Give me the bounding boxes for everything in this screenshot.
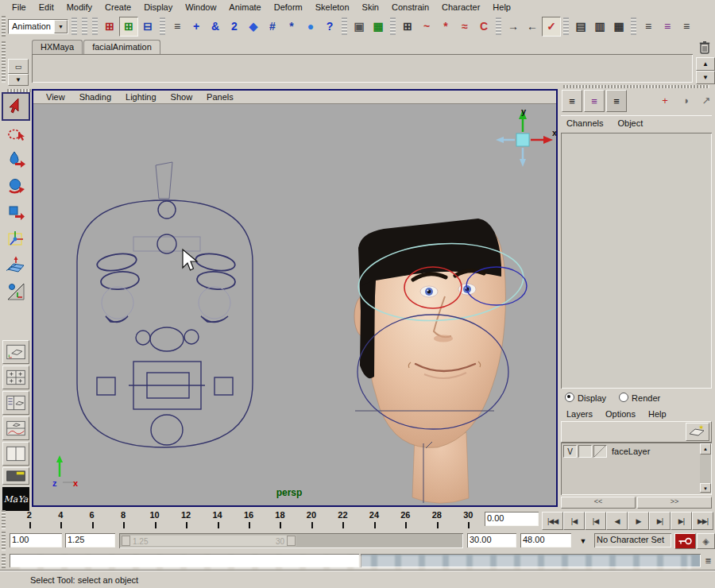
show-manipulator-tool[interactable]: [3, 226, 29, 252]
time-tick[interactable]: 20: [296, 509, 327, 530]
lock-selection-icon[interactable]: ▣: [350, 17, 369, 37]
last-tool-used[interactable]: [3, 279, 29, 304]
render-current-frame-icon[interactable]: ▤: [571, 17, 590, 37]
viewport-menu-item[interactable]: Show: [164, 91, 199, 103]
single-pane-layout-button[interactable]: [2, 340, 29, 364]
current-time-field[interactable]: 0.00: [485, 512, 539, 526]
time-slider[interactable]: 24681012141618202224262830: [14, 509, 484, 530]
rotate-tool[interactable]: [3, 174, 29, 199]
command-line-input[interactable]: [10, 554, 359, 567]
snap-grid-icon[interactable]: ⊞: [398, 17, 417, 37]
menu-item[interactable]: Display: [138, 1, 178, 14]
left-corner-control[interactable]: [97, 377, 115, 395]
shelf-tab-selector-button[interactable]: ▭: [8, 59, 29, 74]
construction-history-icon[interactable]: ✓: [542, 17, 561, 37]
control-slider-track[interactable]: [133, 237, 200, 251]
playback-start-field[interactable]: 1.25: [65, 533, 115, 547]
pane-nav-left-button[interactable]: <<: [561, 497, 636, 509]
shelf-menu-button[interactable]: ▼: [8, 74, 29, 86]
command-line-grip[interactable]: [2, 554, 6, 568]
custom-quality-icon[interactable]: ≡: [658, 17, 677, 37]
time-tick[interactable]: 12: [170, 509, 201, 530]
manipulator-down-arrow[interactable]: [520, 159, 526, 167]
shelf-content-area[interactable]: [32, 54, 693, 83]
range-start-handle[interactable]: [122, 536, 130, 546]
menu-set-selector[interactable]: Animation ▼: [8, 19, 68, 34]
toolbar-separator[interactable]: [92, 17, 98, 35]
selection-mask-menu-icon[interactable]: ≡: [168, 17, 187, 37]
set-key-button[interactable]: [674, 533, 696, 549]
manipulator-center-handle[interactable]: [516, 133, 529, 146]
right-brow-lower-control[interactable]: [196, 270, 236, 291]
perspective-viewport[interactable]: ViewShadingLightingShowPanels: [32, 89, 558, 507]
layer-color-swatch[interactable]: [593, 445, 607, 458]
play-backwards-button[interactable]: ◀: [606, 512, 628, 530]
display-radio[interactable]: Display: [565, 392, 606, 403]
trash-button[interactable]: [696, 40, 713, 56]
time-tick[interactable]: 10: [139, 509, 170, 530]
range-slider-bar[interactable]: 1.25 30: [121, 535, 296, 547]
highlight-selection-icon[interactable]: ▦: [369, 17, 388, 37]
time-tick[interactable]: 8: [107, 509, 138, 530]
toolbar-separator[interactable]: [563, 17, 569, 35]
render-radio[interactable]: Render: [619, 392, 660, 403]
shelf-scroll-up-button[interactable]: ▲: [696, 57, 715, 71]
snap-curve-icon[interactable]: ~: [417, 17, 436, 37]
menu-item[interactable]: Create: [99, 1, 137, 14]
select-object-mode-icon[interactable]: ⊞: [119, 17, 138, 37]
script-editor-button[interactable]: ≣: [703, 554, 713, 567]
control-slider-knob[interactable]: [157, 234, 176, 253]
time-slider-grip[interactable]: [2, 510, 6, 529]
time-tick[interactable]: 18: [265, 509, 296, 530]
mask-curves-icon[interactable]: 2: [225, 17, 244, 37]
manipulator-z-arrow[interactable]: [496, 137, 504, 143]
render-globals-icon[interactable]: ▦: [609, 17, 628, 37]
scale-tool[interactable]: [3, 200, 29, 226]
toolbar-grip[interactable]: [2, 16, 6, 37]
shelf-grip[interactable]: [2, 41, 6, 83]
viewport-menu-item[interactable]: Lighting: [119, 91, 163, 103]
toolbar-separator[interactable]: [631, 17, 636, 35]
display-quality-icon[interactable]: ≡: [639, 17, 658, 37]
layer-list[interactable]: V faceLayer ▲ ▼: [561, 443, 712, 495]
hyperbolic-curve-button[interactable]: ↗: [697, 90, 715, 110]
pane-nav-right-button[interactable]: >>: [637, 497, 712, 509]
right-eye-control[interactable]: [199, 287, 230, 319]
layer-row[interactable]: V faceLayer: [563, 445, 650, 458]
output-connections-icon[interactable]: ←: [523, 17, 542, 37]
menu-item[interactable]: Constrain: [386, 1, 435, 14]
viewport-menu-item[interactable]: View: [40, 91, 72, 103]
left-nostril-control[interactable]: [136, 331, 150, 345]
layer-name[interactable]: faceLayer: [612, 447, 650, 456]
layer-menu-item[interactable]: Help: [643, 408, 672, 420]
right-corner-control[interactable]: [214, 377, 233, 395]
time-tick[interactable]: 6: [76, 509, 107, 530]
facial-control-board[interactable]: [77, 162, 253, 447]
mask-all-icon[interactable]: +: [187, 17, 206, 37]
viewport-menu-item[interactable]: Shading: [73, 91, 118, 103]
left-brow-upper-control[interactable]: [96, 251, 138, 273]
layer-menu-item[interactable]: Layers: [561, 408, 598, 420]
ipr-render-icon[interactable]: ▥: [590, 17, 609, 37]
time-tick[interactable]: 22: [327, 509, 358, 530]
time-tick[interactable]: 2: [14, 509, 44, 530]
hypershade-persp-layout-button[interactable]: [2, 467, 29, 485]
time-tick[interactable]: 26: [390, 509, 421, 530]
toolbar-separator[interactable]: [390, 17, 396, 35]
make-live-icon[interactable]: C: [474, 17, 493, 37]
left-eye-control[interactable]: [102, 287, 133, 319]
four-pane-layout-button[interactable]: [2, 366, 29, 389]
anim-start-field[interactable]: 1.00: [10, 533, 62, 547]
right-nostril-control[interactable]: [184, 330, 199, 344]
control-circle-top[interactable]: [158, 201, 176, 219]
input-connections-icon[interactable]: →: [504, 17, 523, 37]
time-tick[interactable]: 30: [453, 509, 484, 530]
speed-state-button[interactable]: ◑: [676, 90, 695, 110]
time-tick[interactable]: 28: [421, 509, 452, 530]
manipulator-toggle-button[interactable]: +: [655, 90, 674, 110]
mask-rendering-icon[interactable]: ●: [301, 17, 320, 37]
menu-item[interactable]: Animate: [223, 1, 266, 14]
viewport-menu-item[interactable]: Panels: [200, 91, 240, 103]
layer-visibility-toggle[interactable]: V: [563, 445, 577, 458]
mask-surfaces-icon[interactable]: ◆: [244, 17, 263, 37]
